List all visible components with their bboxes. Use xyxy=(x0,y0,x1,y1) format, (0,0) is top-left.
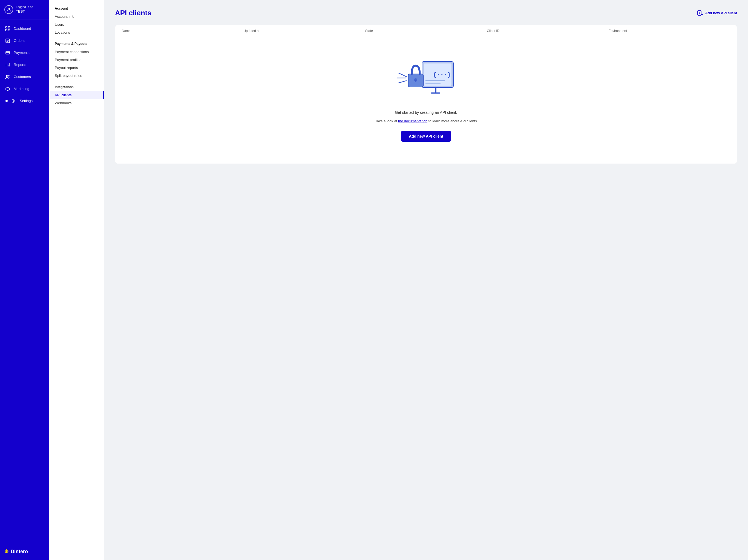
svg-point-16 xyxy=(8,75,9,76)
logged-in-label: Logged in as xyxy=(16,5,33,9)
empty-illustration: {···} xyxy=(393,53,459,104)
submenu-section-title-payments: Payments & Payouts xyxy=(49,42,104,48)
brand-footer: ✳ Dintero xyxy=(0,543,49,560)
avatar xyxy=(4,5,13,14)
user-info-section: Logged in as TEST xyxy=(0,0,49,19)
svg-line-35 xyxy=(399,81,406,83)
documentation-link[interactable]: the documentation xyxy=(398,119,427,123)
empty-main-text: Get started by creating an API client. xyxy=(395,110,457,115)
sidebar: Logged in as TEST Dashboard xyxy=(0,0,49,560)
sidebar-label-orders: Orders xyxy=(14,39,25,43)
submenu-section-payments-payouts: Payments & Payouts Payment connections P… xyxy=(49,42,104,80)
api-clients-table: Name Updated at State Client ID Environm… xyxy=(115,25,737,164)
settings-icon xyxy=(11,98,17,104)
sidebar-label-customers: Customers xyxy=(14,75,31,79)
orders-icon xyxy=(5,38,10,44)
settings-dot xyxy=(5,100,8,102)
empty-sub-before: Take a look at xyxy=(375,119,398,123)
brand-name: Dintero xyxy=(11,549,28,555)
add-button-label: Add new API client xyxy=(705,11,737,15)
empty-state: {···} xyxy=(115,37,737,164)
dashboard-icon xyxy=(5,26,10,31)
submenu-item-locations[interactable]: Locations xyxy=(49,28,104,36)
svg-rect-32 xyxy=(415,80,416,82)
svg-point-17 xyxy=(13,100,15,101)
svg-point-0 xyxy=(8,8,9,10)
svg-rect-27 xyxy=(425,82,441,84)
sidebar-label-reports: Reports xyxy=(14,63,26,67)
submenu-item-payment-profiles[interactable]: Payment profiles xyxy=(49,56,104,64)
sidebar-nav: Dashboard Orders Payments xyxy=(0,19,49,543)
sidebar-label-payments: Payments xyxy=(14,51,29,55)
col-updated-at: Updated at xyxy=(243,29,365,33)
sidebar-item-payments[interactable]: Payments xyxy=(0,47,49,59)
empty-sub-after: to learn more about API clients xyxy=(427,119,477,123)
svg-rect-2 xyxy=(8,27,10,28)
payments-icon xyxy=(5,50,10,55)
add-api-client-button-top[interactable]: Add new API client xyxy=(697,10,737,16)
svg-rect-4 xyxy=(8,29,10,31)
svg-point-15 xyxy=(6,75,8,77)
sidebar-item-reports[interactable]: Reports xyxy=(0,59,49,71)
submenu-item-payment-connections[interactable]: Payment connections xyxy=(49,48,104,56)
submenu-item-api-clients[interactable]: API clients xyxy=(49,91,104,99)
content-header: API clients Add new API client xyxy=(115,9,737,17)
svg-rect-28 xyxy=(435,88,437,93)
submenu-section-title-integrations: Integrations xyxy=(49,85,104,91)
username-label: TEST xyxy=(16,9,33,14)
submenu-section-title-account: Account xyxy=(49,6,104,13)
col-name: Name xyxy=(122,29,243,33)
sidebar-label-dashboard: Dashboard xyxy=(14,27,31,31)
sidebar-item-dashboard[interactable]: Dashboard xyxy=(0,23,49,35)
svg-rect-9 xyxy=(6,51,9,54)
col-environment: Environment xyxy=(609,29,730,33)
submenu-item-account-info[interactable]: Account info xyxy=(49,13,104,21)
sidebar-item-orders[interactable]: Orders xyxy=(0,35,49,47)
sidebar-item-customers[interactable]: Customers xyxy=(0,71,49,83)
add-document-icon xyxy=(697,10,703,16)
page-title: API clients xyxy=(115,9,151,17)
reports-icon xyxy=(5,62,10,68)
submenu-item-split-payout-rules[interactable]: Split payout rules xyxy=(49,72,104,80)
brand-asterisk-icon: ✳ xyxy=(4,549,8,555)
content-area: API clients Add new API client Name Upda… xyxy=(104,0,748,560)
table-header-row: Name Updated at State Client ID Environm… xyxy=(115,25,737,37)
submenu-panel: Account Account info Users Locations Pay… xyxy=(49,0,104,560)
main-area: Account Account info Users Locations Pay… xyxy=(49,0,748,560)
add-api-client-button-empty[interactable]: Add new API client xyxy=(401,131,451,142)
svg-rect-29 xyxy=(431,93,440,94)
sidebar-item-marketing[interactable]: Marketing xyxy=(0,83,49,95)
svg-line-33 xyxy=(399,73,406,77)
svg-text:{···}: {···} xyxy=(433,71,451,78)
col-client-id: Client ID xyxy=(487,29,608,33)
sidebar-label-settings: Settings xyxy=(20,99,32,103)
col-state: State xyxy=(365,29,487,33)
submenu-item-users[interactable]: Users xyxy=(49,21,104,28)
svg-rect-1 xyxy=(5,27,7,28)
submenu-section-integrations: Integrations API clients Webhooks xyxy=(49,85,104,107)
svg-rect-26 xyxy=(425,80,445,81)
empty-sub-text: Take a look at the documentation to lear… xyxy=(375,119,477,123)
customers-icon xyxy=(5,74,10,80)
submenu-item-webhooks[interactable]: Webhooks xyxy=(49,99,104,107)
svg-rect-18 xyxy=(698,11,701,15)
sidebar-item-settings[interactable]: Settings xyxy=(0,95,49,107)
sidebar-label-marketing: Marketing xyxy=(14,87,29,91)
marketing-icon xyxy=(5,86,10,92)
submenu-item-payout-reports[interactable]: Payout reports xyxy=(49,64,104,72)
svg-rect-3 xyxy=(5,29,7,31)
submenu-section-account: Account Account info Users Locations xyxy=(49,6,104,36)
